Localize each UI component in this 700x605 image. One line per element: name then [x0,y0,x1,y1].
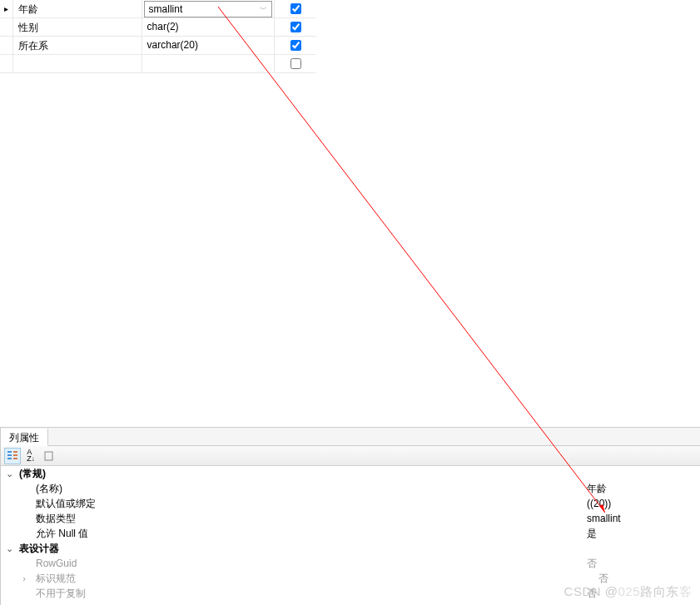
column-name-cell[interactable] [13,55,142,72]
row-selector[interactable] [0,55,13,72]
property-row[interactable]: (名称) 年龄 [1,481,700,496]
collapse-icon[interactable]: ⌄ [1,541,17,556]
property-label: 允许 Null 值 [17,526,583,541]
property-value: 否 [583,556,700,571]
property-label: 数据类型 [17,511,583,526]
allow-null-cell[interactable] [275,55,316,72]
column-name-cell[interactable]: 性别 [13,18,142,36]
allow-null-cell[interactable] [275,18,316,36]
property-pages-button[interactable] [41,448,57,464]
column-type-cell[interactable] [142,55,276,72]
datatype-dropdown[interactable]: smallint ﹀ [144,1,273,17]
column-name-cell[interactable]: 所在系 [13,37,142,54]
svg-rect-3 [7,454,12,456]
allow-null-cell[interactable] [275,0,316,17]
panel-tabs: 列属性 [1,428,700,446]
property-value[interactable]: smallint [583,511,700,526]
svg-rect-7 [13,458,17,459]
table-row[interactable]: ▸ 年龄 smallint ﹀ [0,0,316,18]
categorized-icon [7,450,18,462]
group-label: 表设计器 [17,541,583,556]
table-row[interactable]: 所在系 varchar(20) [0,37,316,55]
table-row[interactable]: 性别 char(2) [0,18,316,37]
column-type-cell[interactable]: varchar(20) [142,37,276,54]
property-label: 默认值或绑定 [17,496,583,511]
property-value[interactable]: ((20)) [583,496,700,511]
property-group[interactable]: ⌄ (常规) [1,466,700,481]
property-row[interactable]: RowGuid 否 [1,556,700,571]
svg-rect-2 [7,451,12,453]
dropdown-value: smallint [149,3,183,15]
null-checkbox[interactable] [290,22,301,32]
categorized-view-button[interactable] [4,448,21,464]
collapse-icon[interactable]: ⌄ [1,466,17,481]
sort-az-icon: AZ↓ [27,449,35,463]
group-label: (常规) [17,466,583,481]
current-row-icon: ▸ [4,4,8,13]
null-checkbox[interactable] [290,3,301,14]
column-grid: ▸ 年龄 smallint ﹀ 性别 char(2) 所在系 varchar(2… [0,0,316,73]
property-group[interactable]: ⌄ 表设计器 [1,541,700,556]
property-label: 标识规范 [29,571,595,586]
svg-rect-6 [13,454,17,456]
property-row[interactable]: 数据类型 smallint [1,511,700,526]
property-label: RowGuid [17,556,583,571]
row-selector[interactable] [0,37,13,54]
property-value[interactable]: 是 [583,526,700,541]
table-row[interactable] [0,55,316,73]
expand-icon[interactable]: › [1,571,29,586]
page-icon [43,450,55,462]
row-selector[interactable] [0,18,13,36]
column-properties-panel: 列属性 AZ↓ ⌄ (常规) (名称) [0,427,700,605]
alphabetical-view-button[interactable]: AZ↓ [22,448,39,464]
properties-toolbar: AZ↓ [1,446,700,466]
allow-null-cell[interactable] [275,37,316,54]
property-label: 不用于复制 [17,586,583,601]
chevron-down-icon: ﹀ [260,4,267,15]
column-type-cell[interactable]: smallint ﹀ [142,0,276,17]
property-value[interactable]: 年龄 [583,481,700,496]
null-checkbox[interactable] [290,58,301,69]
property-row[interactable]: 默认值或绑定 ((20)) [1,496,700,511]
svg-rect-8 [45,452,52,460]
property-label: (名称) [17,481,583,496]
property-row[interactable]: 允许 Null 值 是 [1,526,700,541]
column-name-cell[interactable]: 年龄 [13,0,142,17]
svg-rect-5 [13,451,17,453]
null-checkbox[interactable] [290,40,301,51]
row-selector[interactable]: ▸ [0,0,13,17]
svg-rect-4 [7,458,12,459]
watermark: CSDN @025路向东客 [564,584,692,600]
tab-column-properties[interactable]: 列属性 [1,429,48,446]
column-type-cell[interactable]: char(2) [142,18,276,36]
